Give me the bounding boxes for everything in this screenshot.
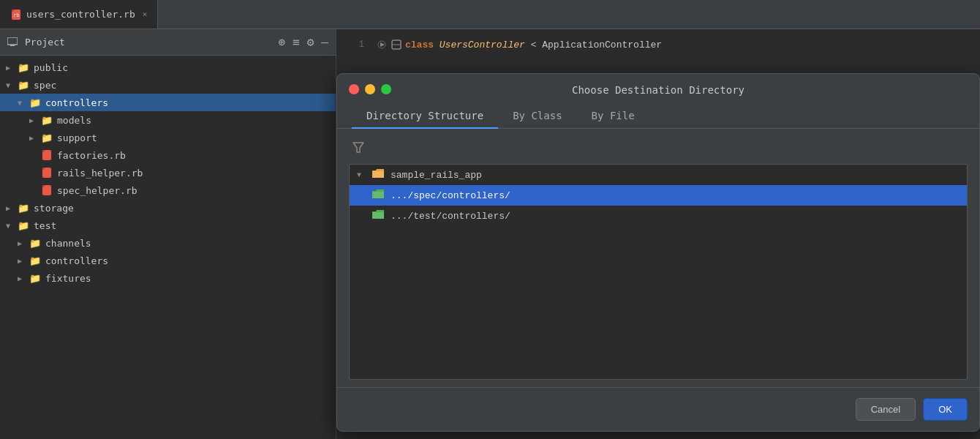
svg-rect-4 (10, 45, 15, 46)
tree-item-test-controllers[interactable]: ▶ 📁 controllers (0, 252, 336, 269)
tree-item-models[interactable]: ▶ 📁 models (0, 111, 336, 129)
tab-bar: rb users_controller.rb × (0, 0, 980, 29)
arrow-icon: ▶ (18, 239, 29, 247)
tree-item-fixtures[interactable]: ▶ 📁 fixtures (0, 269, 336, 287)
folder-icon: 📁 (29, 97, 41, 108)
ide-window: rb users_controller.rb × Project ⊕ ≡ ⚙ (0, 0, 980, 439)
tree-item-controllers[interactable]: ▼ 📁 controllers (0, 94, 336, 111)
editor-tab[interactable]: rb users_controller.rb × (0, 0, 158, 29)
tree-item-spec[interactable]: ▼ 📁 spec (0, 76, 336, 94)
ruby-icon (41, 184, 53, 196)
choose-destination-dialog: Choose Destination Directory Directory S… (336, 73, 980, 432)
dialog-body: ▼ sample_rails_app (337, 129, 979, 387)
green-folder-icon (372, 189, 385, 199)
structure-icon (391, 39, 402, 50)
arrow-icon: ▶ (6, 64, 18, 72)
svg-marker-18 (353, 143, 363, 152)
dialog-directory-tree: ▼ sample_rails_app (349, 164, 968, 380)
test-controllers-label: .../test/controllers/ (391, 211, 510, 222)
folder-icon: 📁 (29, 255, 41, 266)
add-icon[interactable]: ⊕ (278, 35, 285, 49)
ruby-icon (41, 167, 53, 179)
minimize-icon[interactable]: — (321, 35, 328, 49)
ruby-icon (41, 149, 53, 161)
tree-item-label: models (57, 115, 91, 126)
tab-by-class[interactable]: By Class (498, 104, 576, 129)
folder-icon: 📁 (18, 220, 29, 231)
tab-by-file[interactable]: By File (577, 104, 649, 129)
arrow-icon: ▼ (6, 81, 18, 89)
tree-item-label: controllers (45, 255, 108, 266)
sidebar: Project ⊕ ≡ ⚙ — ▶ 📁 public ▼ (0, 29, 336, 439)
dialog-footer: Cancel OK (337, 387, 979, 431)
code-token: class UsersController < ApplicationContr… (405, 40, 662, 50)
svg-rect-3 (7, 37, 18, 45)
tree-item-factories[interactable]: factories.rb (0, 146, 336, 164)
file-tree: ▶ 📁 public ▼ 📁 spec ▼ 📁 controllers (0, 56, 336, 439)
arrow-icon: ▼ (18, 99, 29, 107)
folder-icon: 📁 (41, 132, 53, 143)
tree-item-label: spec (34, 80, 56, 91)
svg-text:rb: rb (13, 12, 19, 18)
folder-icon: 📁 (18, 62, 29, 73)
tree-item-label: rails_helper.rb (57, 168, 143, 179)
spec-controllers-label: .../spec/controllers/ (391, 190, 510, 201)
orange-folder-icon (372, 168, 385, 179)
sidebar-title: Project (25, 37, 65, 48)
tree-item-label: public (34, 62, 68, 73)
tree-item-label: controllers (45, 97, 108, 108)
tree-item-label: channels (45, 238, 91, 249)
tree-item-channels[interactable]: ▶ 📁 channels (0, 234, 336, 252)
arrow-icon: ▶ (29, 134, 41, 142)
tree-item-test[interactable]: ▼ 📁 test (0, 217, 336, 234)
tree-item-label: test (34, 220, 56, 231)
monitor-icon (7, 37, 18, 48)
folder-icon (372, 189, 385, 202)
dialog-tree-item-root[interactable]: ▼ sample_rails_app (350, 165, 967, 185)
tree-item-storage[interactable]: ▶ 📁 storage (0, 199, 336, 217)
tree-item-label: support (57, 132, 97, 143)
arrow-icon: ▼ (6, 222, 18, 230)
dialog-tree-item-test-controllers[interactable]: .../test/controllers/ (350, 206, 967, 226)
folder-icon: 📁 (41, 115, 53, 126)
traffic-lights (349, 84, 391, 94)
tree-item-label: fixtures (45, 273, 91, 284)
tree-item-support[interactable]: ▶ 📁 support (0, 129, 336, 146)
tree-item-label: factories.rb (57, 150, 126, 161)
gear-icon[interactable]: ⚙ (307, 35, 314, 49)
svg-marker-12 (380, 42, 385, 47)
folder-icon: 📁 (29, 273, 41, 284)
green-folder-icon (372, 209, 385, 220)
folder-icon (372, 209, 385, 222)
arrow-icon: ▶ (18, 257, 29, 265)
tree-item-rails-helper[interactable]: rails_helper.rb (0, 164, 336, 181)
tab-directory-structure[interactable]: Directory Structure (352, 104, 498, 129)
filter-icon (352, 140, 365, 154)
dialog-tree-item-spec-controllers[interactable]: .../spec/controllers/ (350, 185, 967, 206)
dialog-title-bar: Choose Destination Directory (337, 74, 979, 96)
root-folder-label: sample_rails_app (391, 170, 482, 181)
minimize-window-button[interactable] (365, 84, 375, 94)
ruby-file-icon: rb (10, 9, 22, 20)
close-window-button[interactable] (349, 84, 359, 94)
maximize-window-button[interactable] (381, 84, 391, 94)
folder-icon: 📁 (18, 80, 29, 91)
cancel-button[interactable]: Cancel (856, 398, 916, 421)
folder-icon: 📁 (29, 238, 41, 249)
arrow-icon: ▼ (357, 171, 369, 179)
tab-filename: users_controller.rb (26, 9, 135, 20)
arrow-icon: ▶ (18, 274, 29, 282)
sort-icon[interactable]: ≡ (293, 35, 300, 49)
ok-button[interactable]: OK (923, 398, 968, 421)
tree-item-label: spec_helper.rb (57, 185, 137, 196)
code-line-1: 1 class UsersController < ApplicationCon… (336, 35, 980, 54)
tree-item-spec-helper[interactable]: spec_helper.rb (0, 181, 336, 199)
folder-icon: 📁 (18, 203, 29, 214)
tree-item-label: storage (34, 203, 74, 214)
tree-item-public[interactable]: ▶ 📁 public (0, 59, 336, 76)
sidebar-header: Project ⊕ ≡ ⚙ — (0, 29, 336, 56)
line-number: 1 (342, 40, 364, 50)
dialog-tab-bar: Directory Structure By Class By File (337, 96, 979, 129)
tab-close-button[interactable]: × (143, 10, 148, 19)
arrow-icon: ▶ (29, 116, 41, 124)
